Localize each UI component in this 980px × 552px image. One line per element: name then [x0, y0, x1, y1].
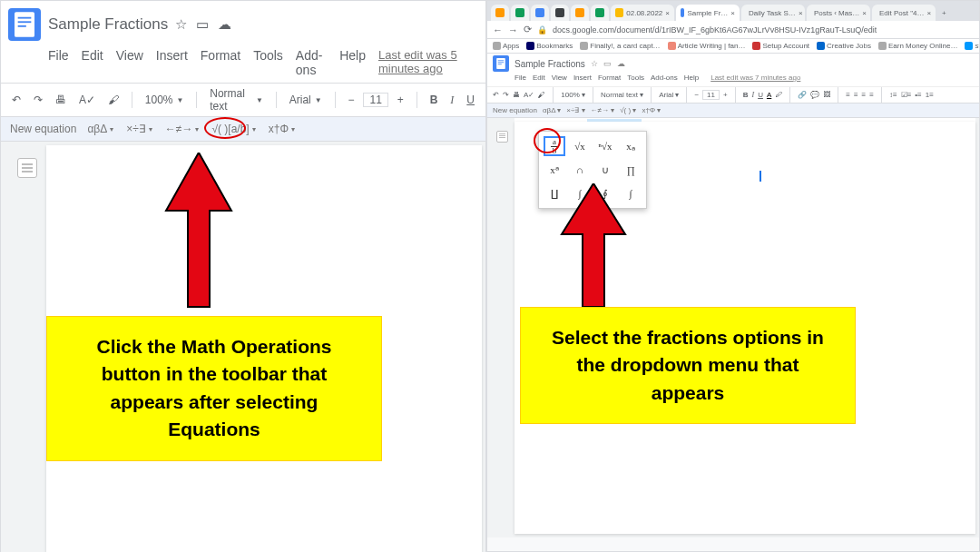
new-tab-button[interactable]: +	[937, 5, 952, 21]
zoom-dropdown[interactable]: 100%▼	[142, 94, 188, 106]
text-color-button[interactable]: A	[767, 91, 771, 99]
italic-button[interactable]: I	[446, 92, 457, 109]
font-increase-button[interactable]: +	[394, 92, 407, 108]
tab-item[interactable]	[571, 5, 589, 21]
math-option[interactable]: ∏	[621, 161, 641, 179]
undo-icon[interactable]: ↶	[8, 92, 24, 108]
bookmark-item[interactable]: Earn Money Online…	[878, 42, 957, 50]
tab-item[interactable]	[591, 5, 609, 21]
align-left-icon[interactable]: ≡	[846, 91, 850, 99]
eq-arrows-dropdown[interactable]: x†Φ▾	[267, 123, 297, 135]
redo-icon[interactable]: ↷	[503, 91, 509, 99]
comment-icon[interactable]: 💬	[810, 91, 819, 99]
font-dropdown[interactable]: Arial▼	[286, 94, 326, 106]
print-icon[interactable]: 🖶	[52, 92, 70, 108]
new-equation-label[interactable]: New equation	[10, 123, 76, 135]
eq-relations-dropdown[interactable]: ←≠→ ▾	[591, 106, 615, 114]
tab-item[interactable]: Posts ‹ Mas…×	[807, 5, 870, 21]
menu-addons[interactable]: Add-ons	[651, 74, 678, 82]
menu-help[interactable]: Help	[339, 48, 366, 77]
tab-item[interactable]: 02.08.2022×	[611, 5, 674, 21]
spellcheck-icon[interactable]: A✓	[524, 91, 534, 99]
reload-button[interactable]: ⟳	[524, 24, 532, 35]
bold-button[interactable]: B	[426, 92, 442, 108]
math-option[interactable]: √x	[570, 137, 590, 155]
menu-format[interactable]: Format	[201, 48, 240, 77]
menu-file[interactable]: File	[48, 48, 69, 77]
menu-tools[interactable]: Tools	[627, 74, 644, 82]
new-equation-label[interactable]: New equation	[493, 106, 537, 114]
bookmark-item[interactable]: Article Writing | fan…	[668, 42, 746, 50]
undo-icon[interactable]: ↶	[493, 91, 499, 99]
eq-math-ops-dropdown[interactable]: √( )[a/b]▾	[210, 123, 257, 135]
zoom-dropdown[interactable]: 100% ▾	[561, 91, 585, 99]
docs-logo-icon[interactable]	[493, 55, 509, 72]
math-option[interactable]: ∪	[595, 161, 615, 179]
eq-ops-dropdown[interactable]: ×÷∃▾	[124, 123, 154, 135]
highlight-button[interactable]: 🖊	[775, 91, 782, 99]
menu-insert[interactable]: Insert	[156, 48, 188, 77]
outline-icon[interactable]	[17, 158, 37, 178]
menu-edit[interactable]: Edit	[533, 74, 545, 82]
bookmark-item[interactable]: Setup Account	[752, 42, 809, 50]
tab-item[interactable]: Daily Task S…×	[741, 5, 805, 21]
math-option[interactable]: ∩	[570, 161, 590, 179]
font-dropdown[interactable]: Arial ▾	[659, 91, 679, 99]
numbered-list-icon[interactable]: 1≡	[926, 91, 934, 99]
eq-arrows-dropdown[interactable]: x†Φ ▾	[642, 106, 661, 114]
menu-tools[interactable]: Tools	[253, 48, 283, 77]
menu-view[interactable]: View	[552, 74, 567, 82]
menu-insert[interactable]: Insert	[573, 74, 592, 82]
paint-format-icon[interactable]: 🖌	[104, 92, 122, 108]
bookmark-item[interactable]: stiforP	[965, 42, 979, 50]
font-size[interactable]: 11	[702, 90, 720, 100]
fraction-option[interactable]: a b	[544, 137, 564, 155]
doc-title[interactable]: Sample Fractions	[514, 59, 585, 69]
math-option[interactable]: xᵃ	[544, 161, 564, 179]
style-dropdown[interactable]: Normal text▼	[206, 87, 267, 113]
font-increase-button[interactable]: +	[723, 91, 728, 99]
font-decrease-button[interactable]: −	[694, 91, 699, 99]
outline-icon[interactable]	[496, 131, 508, 143]
eq-greek-dropdown[interactable]: αβΔ ▾	[543, 106, 561, 114]
menu-addons[interactable]: Add-ons	[296, 48, 327, 77]
move-icon[interactable]: ▭	[603, 59, 612, 68]
font-decrease-button[interactable]: −	[344, 92, 358, 108]
move-icon[interactable]: ▭	[196, 16, 209, 33]
italic-button[interactable]: I	[751, 91, 754, 99]
math-option[interactable]: xₐ	[621, 137, 641, 155]
print-icon[interactable]: 🖶	[513, 91, 520, 99]
link-icon[interactable]: 🔗	[798, 91, 807, 99]
url-text[interactable]: docs.google.com/document/d/1rIBW_IF_6gbK…	[553, 25, 877, 34]
bulleted-list-icon[interactable]: •≡	[915, 91, 921, 99]
cloud-icon[interactable]: ☁	[218, 16, 231, 33]
tab-item[interactable]	[551, 5, 569, 21]
align-justify-icon[interactable]: ≡	[869, 91, 874, 99]
menu-format[interactable]: Format	[598, 74, 621, 82]
eq-relations-dropdown[interactable]: ←≠→▾	[163, 123, 201, 135]
align-center-icon[interactable]: ≡	[854, 91, 858, 99]
image-icon[interactable]: 🖼	[823, 91, 830, 99]
tab-item[interactable]: Edit Post "4…×	[872, 5, 936, 21]
bold-button[interactable]: B	[743, 91, 749, 99]
last-edit-label[interactable]: Last edit was 7 minutes ago	[710, 74, 800, 82]
redo-icon[interactable]: ↷	[30, 92, 46, 108]
font-size[interactable]: 11	[363, 93, 387, 107]
tab-item[interactable]	[511, 5, 529, 21]
docs-logo-icon[interactable]	[8, 8, 41, 41]
math-option[interactable]: ⁿ√x	[595, 137, 615, 155]
apps-button[interactable]: Apps	[493, 42, 519, 50]
line-spacing-icon[interactable]: ↕≡	[889, 91, 897, 99]
eq-ops-dropdown[interactable]: ×÷∃ ▾	[566, 106, 584, 114]
checklist-icon[interactable]: ☑≡	[901, 91, 912, 99]
underline-button[interactable]: U	[758, 91, 763, 99]
underline-button[interactable]: U	[463, 92, 478, 108]
eq-math-ops-dropdown[interactable]: √( ) ▾	[620, 106, 636, 114]
bookmark-item[interactable]: Bookmarks	[526, 42, 573, 50]
eq-greek-dropdown[interactable]: αβΔ▾	[85, 123, 115, 135]
spellcheck-icon[interactable]: A✓	[75, 92, 99, 108]
doc-title[interactable]: Sample Fractions	[48, 15, 168, 34]
align-right-icon[interactable]: ≡	[862, 91, 867, 99]
paint-format-icon[interactable]: 🖌	[538, 91, 545, 99]
bookmark-item[interactable]: Finally!, a card capt…	[580, 42, 660, 50]
